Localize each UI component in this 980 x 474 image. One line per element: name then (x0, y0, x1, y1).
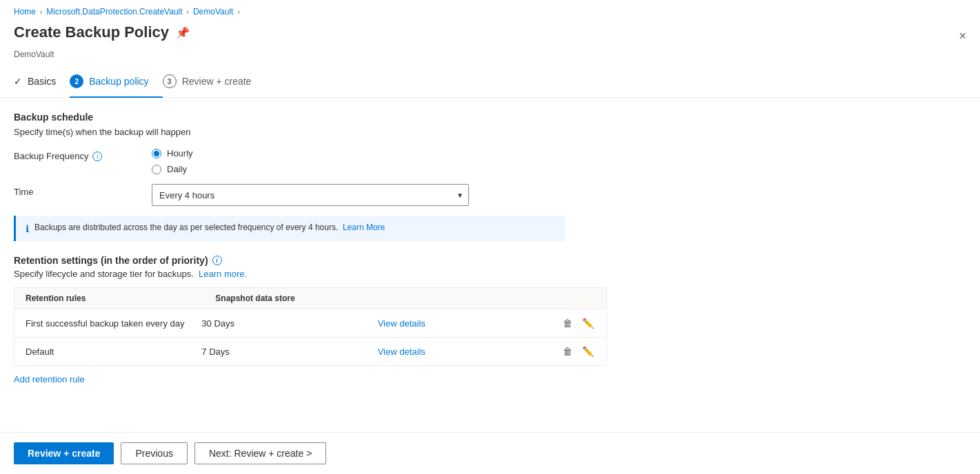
row1-edit-icon[interactable]: ✏️ (581, 316, 595, 330)
time-select-wrapper: Every 1 hour Every 2 hours Every 4 hours… (152, 184, 469, 206)
tab-backup-policy[interactable]: 2 Backup policy (70, 66, 162, 98)
row2-edit-icon[interactable]: ✏️ (581, 344, 595, 358)
breadcrumb-vault-create[interactable]: Microsoft.DataProtection.CreateVault (46, 7, 182, 17)
col-header-snapshot: Snapshot data store (215, 293, 405, 303)
frequency-daily-label: Daily (167, 164, 187, 174)
tab-basics[interactable]: ✓ Basics (14, 68, 70, 96)
row2-view-details: View details (378, 347, 554, 357)
previous-button[interactable]: Previous (121, 442, 187, 464)
info-banner: ℹ Backups are distributed across the day… (14, 216, 566, 241)
row1-snapshot: 30 Days (201, 318, 377, 329)
frequency-label: Backup Frequency i (14, 148, 138, 161)
table-row: First successful backup taken every day … (14, 309, 606, 338)
table-row: Default 7 Days View details 🗑 ✏️ (14, 338, 606, 365)
frequency-hourly-option[interactable]: Hourly (152, 148, 193, 158)
tab-review-create-label: Review + create (182, 76, 252, 87)
tab-basics-label: Basics (28, 76, 56, 87)
row2-snapshot: 7 Days (201, 347, 377, 357)
breadcrumb-demo-vault[interactable]: DemoVault (193, 7, 233, 17)
frequency-row: Backup Frequency i Hourly Daily (14, 148, 607, 174)
retention-learn-more[interactable]: Learn more. (199, 269, 247, 279)
col-header-empty (406, 293, 595, 303)
retention-subtitle: Specify lifecycle and storage tier for b… (14, 269, 607, 279)
info-banner-text: Backups are distributed across the day a… (34, 223, 385, 232)
info-banner-icon: ℹ (26, 223, 29, 234)
frequency-info-icon[interactable]: i (92, 152, 102, 161)
time-label: Time (14, 184, 138, 197)
time-row: Time Every 1 hour Every 2 hours Every 4 … (14, 184, 607, 206)
row2-rule: Default (26, 347, 201, 357)
tab-review-create[interactable]: 3 Review + create (163, 66, 266, 98)
learn-more-link[interactable]: Learn More (343, 223, 385, 232)
retention-header: Retention settings (in the order of prio… (14, 255, 607, 266)
row1-view-details-link[interactable]: View details (378, 318, 426, 329)
backup-schedule-section: Backup schedule Specify time(s) when the… (14, 112, 607, 241)
frequency-daily-radio[interactable] (152, 165, 161, 174)
frequency-radio-group: Hourly Daily (152, 148, 193, 174)
review-create-button[interactable]: Review + create (14, 442, 114, 464)
footer: Review + create Previous Next: Review + … (0, 432, 980, 474)
backup-policy-badge: 2 (70, 74, 83, 88)
page-subtitle: DemoVault (0, 50, 980, 66)
retention-info-icon[interactable]: i (212, 256, 222, 265)
breadcrumb-home[interactable]: Home (14, 7, 36, 17)
add-retention-rule-link[interactable]: Add retention rule (14, 374, 85, 384)
row1-rule: First successful backup taken every day (26, 318, 201, 329)
row1-actions: 🗑 ✏️ (554, 316, 595, 330)
table-header: Retention rules Snapshot data store (14, 288, 606, 309)
col-header-rules: Retention rules (26, 293, 215, 303)
retention-table: Retention rules Snapshot data store Firs… (14, 287, 607, 366)
frequency-hourly-label: Hourly (167, 148, 193, 158)
time-select[interactable]: Every 1 hour Every 2 hours Every 4 hours… (152, 184, 469, 206)
row2-view-details-link[interactable]: View details (378, 347, 426, 357)
tab-backup-policy-label: Backup policy (89, 76, 148, 87)
breadcrumb: Home › Microsoft.DataProtection.CreateVa… (0, 0, 980, 21)
backup-schedule-subtitle: Specify time(s) when the backup will hap… (14, 127, 607, 137)
row1-view-details: View details (378, 318, 554, 329)
row2-actions: 🗑 ✏️ (554, 344, 595, 358)
pin-icon[interactable]: 📌 (176, 26, 190, 39)
backup-schedule-title: Backup schedule (14, 112, 607, 123)
page-header: Create Backup Policy 📌 (0, 21, 980, 50)
close-button[interactable]: × (959, 29, 966, 43)
retention-section: Retention settings (in the order of prio… (14, 255, 607, 384)
basics-check-icon: ✓ (14, 76, 22, 87)
frequency-hourly-radio[interactable] (152, 149, 161, 158)
frequency-daily-option[interactable]: Daily (152, 164, 193, 174)
next-button[interactable]: Next: Review + create > (194, 442, 326, 464)
wizard-tabs: ✓ Basics 2 Backup policy 3 Review + crea… (0, 66, 980, 98)
row2-delete-icon[interactable]: 🗑 (561, 344, 574, 358)
review-create-badge: 3 (163, 74, 177, 88)
row1-delete-icon[interactable]: 🗑 (561, 316, 574, 330)
page-title: Create Backup Policy (14, 23, 169, 41)
main-content: Backup schedule Specify time(s) when the… (0, 98, 621, 398)
